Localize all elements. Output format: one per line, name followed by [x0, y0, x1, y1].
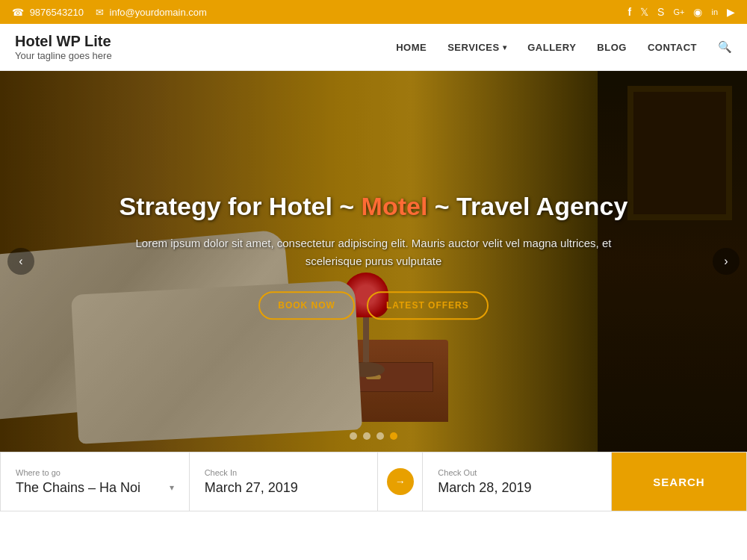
slider-next-arrow[interactable]: ›: [713, 248, 740, 275]
destination-field[interactable]: Where to go The Chains – Ha Noi ▾: [1, 452, 190, 511]
hero-slider: Strategy for Hotel ~ Motel ~ Travel Agen…: [0, 71, 747, 452]
main-nav: HOME SERVICES ▾ GALLERY BLOG CONTACT 🔍: [396, 40, 732, 54]
hero-content: Strategy for Hotel ~ Motel ~ Travel Agen…: [112, 190, 635, 320]
facebook-icon[interactable]: f: [627, 6, 631, 18]
destination-value: The Chains – Ha Noi ▾: [16, 480, 174, 496]
slider-prev-arrow[interactable]: ‹: [7, 248, 34, 275]
checkout-field[interactable]: Check Out March 28, 2019: [423, 452, 612, 511]
hero-subtitle: Lorem ipsum dolor sit amet, consectetur …: [112, 234, 635, 270]
booking-arrow: →: [378, 452, 423, 511]
search-label: SEARCH: [653, 476, 704, 488]
email-icon: ✉: [96, 7, 104, 18]
nav-contact[interactable]: CONTACT: [648, 42, 697, 53]
checkin-value: March 27, 2019: [205, 480, 363, 496]
search-icon[interactable]: 🔍: [718, 40, 732, 54]
book-now-button[interactable]: BOOK NOW: [258, 291, 355, 320]
latest-offers-button[interactable]: LATEST OFFERS: [367, 291, 489, 320]
checkin-label: Check In: [205, 468, 363, 477]
nav-home[interactable]: HOME: [396, 42, 427, 53]
slider-dot-3[interactable]: [376, 432, 384, 440]
hero-buttons: BOOK NOW LATEST OFFERS: [112, 291, 635, 320]
logo-tagline: Your tagline goes here: [15, 50, 112, 61]
skype-icon[interactable]: S: [657, 6, 664, 18]
phone-icon: ☎: [12, 7, 24, 18]
twitter-icon[interactable]: 𝕏: [640, 6, 648, 18]
destination-chevron-icon: ▾: [170, 482, 174, 493]
linkedin-icon[interactable]: in: [711, 7, 718, 16]
nav-gallery[interactable]: GALLERY: [527, 42, 576, 53]
nav-services[interactable]: SERVICES ▾: [447, 42, 506, 53]
hero-title: Strategy for Hotel ~ Motel ~ Travel Agen…: [112, 190, 635, 223]
google-plus-icon[interactable]: G+: [673, 7, 684, 16]
search-button[interactable]: SEARCH: [612, 452, 746, 511]
destination-label: Where to go: [16, 468, 174, 477]
chevron-down-icon: ▾: [503, 43, 507, 52]
header: Hotel WP Lite Your tagline goes here HOM…: [0, 24, 747, 71]
email-topbar: ✉ info@yourdomain.com: [96, 7, 207, 18]
instagram-icon[interactable]: ◉: [693, 6, 702, 18]
logo-title: Hotel WP Lite: [15, 33, 112, 50]
checkout-value: March 28, 2019: [438, 480, 596, 496]
social-links: f 𝕏 S G+ ◉ in ▶: [627, 6, 735, 18]
arrow-right-icon: →: [395, 476, 406, 488]
slider-dot-4[interactable]: [390, 432, 397, 440]
topbar: ☎ 9876543210 ✉ info@yourdomain.com f 𝕏 S…: [0, 0, 747, 24]
youtube-icon[interactable]: ▶: [727, 6, 735, 18]
booking-arrow-button[interactable]: →: [387, 468, 414, 495]
slider-dot-1[interactable]: [350, 432, 357, 440]
checkin-field[interactable]: Check In March 27, 2019: [190, 452, 379, 511]
slider-dots: [350, 432, 397, 440]
nav-blog[interactable]: BLOG: [597, 42, 627, 53]
booking-bar: Where to go The Chains – Ha Noi ▾ Check …: [0, 452, 747, 511]
topbar-contact: ☎ 9876543210 ✉ info@yourdomain.com: [12, 7, 207, 18]
logo: Hotel WP Lite Your tagline goes here: [15, 33, 112, 61]
checkout-label: Check Out: [438, 468, 596, 477]
slider-dot-2[interactable]: [363, 432, 371, 440]
phone-topbar: ☎ 9876543210: [12, 7, 84, 18]
